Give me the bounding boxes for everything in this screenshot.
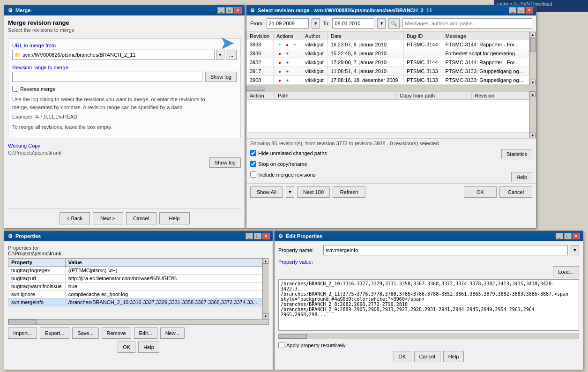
edit-maximize-btn[interactable]: □ [564, 233, 572, 239]
prop-close-btn[interactable]: ✕ [262, 233, 270, 239]
prop-table-container: Property Value bugtraq:logregex ((PTSMC|… [8, 258, 269, 319]
table-row[interactable]: 3938 + ● + vikkkgut 16:23:07, 8. januar … [247, 40, 529, 49]
prop-table-row[interactable]: bugtraq:url http://jira.ec.tietoenator.c… [8, 275, 262, 283]
folder-icon: 📁 [15, 52, 21, 58]
edit-h-scrollbar[interactable] [278, 334, 579, 339]
merge-header: Merge revision range [8, 19, 241, 26]
apply-recursive-checkbox[interactable] [278, 342, 284, 348]
search-icon-btn[interactable]: 🔍 [388, 18, 400, 29]
col-message: Message [442, 32, 529, 40]
prop-button-row: Import... Export... Save... Remove Edit.… [8, 327, 269, 339]
property-value-textarea[interactable]: /branches/BRANCH_2_10:3316-3327,3329,333… [278, 279, 579, 331]
filter-bar: From: 21.09.2009 ▼ To: 08.01.2010 ▼ 🔍 [246, 15, 536, 32]
prop-table-row[interactable]: bugtraq:warnifnoissue true [8, 283, 262, 290]
refresh-btn[interactable]: Refresh [333, 186, 365, 198]
from-date-input[interactable]: 21.09.2009 [267, 18, 309, 29]
table-row[interactable]: 3917 ● + vikkkgut 11:08:51, 4. januar 20… [247, 67, 529, 76]
working-copy-label: Working Copy [8, 143, 241, 149]
properties-window-title: Properties [15, 233, 41, 239]
show-all-btn[interactable]: Show All [250, 186, 283, 198]
next-btn[interactable]: Next > [93, 212, 123, 224]
merge-close-btn[interactable]: ✕ [234, 7, 242, 14]
scroll-up-btn[interactable]: ▲ [530, 32, 536, 37]
cell-revision: 3908 [247, 76, 274, 85]
help-btn[interactable]: Help [159, 212, 190, 224]
reverse-merge-checkbox[interactable] [12, 86, 18, 92]
stop-on-copy-checkbox[interactable] [250, 161, 256, 167]
export-btn[interactable]: Export... [40, 327, 69, 339]
hide-unrelated-checkbox[interactable] [250, 150, 256, 156]
cell-actions: ● + [274, 76, 302, 85]
include-merged-checkbox[interactable] [250, 171, 256, 178]
new-btn[interactable]: New... [160, 327, 185, 339]
edit-help-btn[interactable]: Help [443, 351, 464, 362]
show-log-btn-2[interactable]: Show log [209, 157, 241, 168]
prop-table-row[interactable]: svn:ignore compilecache ec_boot.log [8, 290, 262, 298]
save-btn[interactable]: Save... [72, 327, 98, 339]
svn-maximize-btn[interactable]: □ [517, 7, 525, 14]
url-input[interactable]: 📁 svn://WV000826/ptsmc/branches/BRANCH_2… [12, 50, 215, 60]
edit-cancel-btn[interactable]: Cancel [414, 351, 440, 362]
search-input[interactable] [402, 18, 532, 29]
path-scrollbar[interactable]: ▲ ▼ [529, 91, 536, 138]
h-scroll-thumb-1 [246, 86, 265, 91]
remove-btn[interactable]: Remove [102, 327, 131, 339]
prop-scrollbar[interactable]: ▲ ▼ [262, 258, 269, 319]
import-btn[interactable]: Import... [8, 327, 37, 339]
prop-h-scrollbar[interactable] [8, 319, 269, 325]
edit-props-title-bar: ⚙ Edit Properties _ □ ✕ [275, 231, 583, 241]
cancel-btn-svn[interactable]: Cancel [499, 186, 532, 198]
table-row[interactable]: 3908 ● + vikkkgut 17:08:16, 18. desember… [247, 76, 529, 85]
col-action: Action [247, 92, 275, 100]
help-btn-svn[interactable]: Help [511, 172, 532, 182]
from-label: From: [250, 21, 264, 26]
from-date-dropdown[interactable]: ▼ [312, 18, 320, 29]
merge-minimize-btn[interactable]: _ [217, 7, 225, 14]
revision-input[interactable] [12, 72, 202, 82]
show-log-btn[interactable]: Show log [205, 72, 237, 82]
prop-cell-value: http://jira.ec.tietoenator.com/browse/%B… [65, 275, 262, 283]
svn-minimize-btn[interactable]: _ [509, 7, 516, 14]
property-name-dropdown[interactable]: ▼ [571, 245, 579, 255]
prop-ok-btn[interactable]: OK [118, 342, 135, 353]
table-row[interactable]: 3932 ● + vikkkgut 17:29:00, 7. januar 20… [247, 58, 529, 67]
path-scroll-down[interactable]: ▼ [530, 133, 536, 138]
prop-help-btn[interactable]: Help [138, 342, 159, 353]
back-btn[interactable]: < Back [60, 212, 90, 224]
next100-btn[interactable]: Next 100 [297, 186, 330, 198]
statistics-btn[interactable]: Statistics [501, 149, 532, 159]
edit-ok-row: OK Cancel Help [278, 351, 579, 362]
prop-restore-btn[interactable]: □ [254, 233, 261, 239]
property-name-input[interactable]: svn:mergeinfo [323, 245, 568, 255]
prop-cell-property: bugtraq:logregex [8, 267, 66, 275]
prop-minimize-btn[interactable]: _ [246, 233, 253, 239]
prop-table-row[interactable]: bugtraq:logregex ((PTSMC|ptsmc)-\d+) [8, 267, 262, 275]
edit-ok-btn[interactable]: OK [394, 351, 411, 362]
cell-message: Forbedret script for generering... [442, 49, 529, 58]
prop-table-row[interactable]: svn:mergeinfo /branches/BRANCH_2_10:3316… [8, 298, 262, 306]
prop-scroll-down[interactable]: ▼ [263, 313, 268, 319]
svn-window-title: Select revision range - svn://WV000826/p… [258, 7, 432, 13]
edit-btn[interactable]: Edit... [134, 327, 157, 339]
show-all-dropdown[interactable]: ▼ [286, 186, 294, 198]
cell-message: PTSMC-3133: Gruppetilgang og... [442, 67, 529, 76]
cell-actions: + ● + [274, 40, 302, 49]
svn-close-btn[interactable]: ✕ [526, 7, 533, 14]
h-scrollbar-1[interactable] [246, 86, 536, 91]
cancel-btn[interactable]: Cancel [126, 212, 156, 224]
edit-close-btn[interactable]: ✕ [573, 233, 580, 239]
cell-author: vikkkgut [302, 67, 328, 76]
prop-scroll-up[interactable]: ▲ [263, 258, 268, 264]
revision-scrollbar[interactable]: ▲ ▼ [529, 32, 536, 85]
table-row[interactable]: 3936 ● + vikkkgut 15:22:45, 8. januar 20… [247, 49, 529, 58]
to-date-input[interactable]: 08.01.2010 [332, 18, 374, 29]
scroll-down-btn[interactable]: ▼ [530, 80, 536, 85]
property-name-row: Property name: svn:mergeinfo ▼ [278, 245, 579, 255]
cell-revision: 3932 [247, 58, 274, 67]
to-date-dropdown[interactable]: ▼ [377, 18, 386, 29]
edit-minimize-btn[interactable]: _ [556, 233, 563, 239]
ok-btn-svn[interactable]: OK [464, 186, 497, 198]
merge-maximize-btn[interactable]: □ [226, 7, 233, 14]
properties-path: C:\Projects\ptsmc\trunk [8, 251, 61, 256]
path-scroll-up[interactable]: ▲ [530, 91, 536, 97]
